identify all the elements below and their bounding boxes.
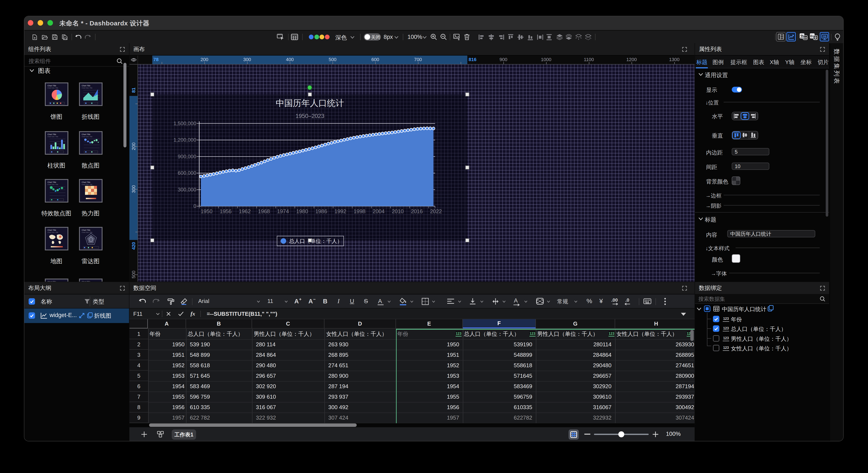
svg-text:2016: 2016 <box>411 208 423 214</box>
svg-text:1,200,000: 1,200,000 <box>174 137 196 143</box>
svg-text:2004: 2004 <box>373 208 385 214</box>
svg-text:1998: 1998 <box>353 208 366 214</box>
svg-text:中国历年人口统计: 中国历年人口统计 <box>276 98 344 108</box>
svg-text:900,000: 900,000 <box>178 154 196 159</box>
svg-text:文: 文 <box>814 36 817 39</box>
svg-text:1950: 1950 <box>200 208 213 214</box>
svg-text:1956: 1956 <box>220 208 232 214</box>
svg-text:OS: OS <box>823 35 826 38</box>
svg-text:En: En <box>804 36 807 39</box>
svg-text:1974: 1974 <box>277 208 289 214</box>
svg-text:总人口（单位：千人）: 总人口（单位：千人） <box>289 238 342 244</box>
svg-text:1962: 1962 <box>239 208 251 214</box>
svg-text:2022: 2022 <box>430 208 442 214</box>
svg-text:1986: 1986 <box>315 208 327 214</box>
svg-text:1980: 1980 <box>296 208 308 214</box>
svg-text:1,500,000: 1,500,000 <box>174 120 196 126</box>
svg-text:2010: 2010 <box>392 208 404 214</box>
svg-text:0: 0 <box>193 203 196 209</box>
svg-text:300,000: 300,000 <box>178 187 196 193</box>
svg-text:1992: 1992 <box>335 208 346 214</box>
svg-text:1950–2023: 1950–2023 <box>296 113 324 119</box>
svg-text:1968: 1968 <box>258 208 270 214</box>
svg-text:600,000: 600,000 <box>178 170 196 176</box>
